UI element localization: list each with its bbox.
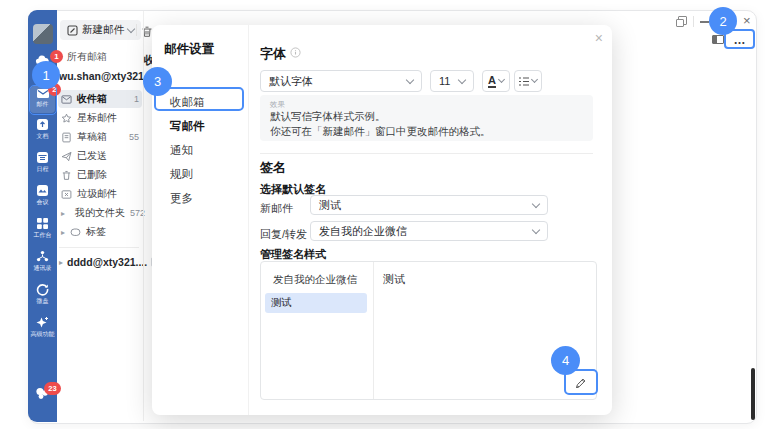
account-primary[interactable]: wu.shan@xty321.... xyxy=(59,70,156,82)
preview-line: 你还可在「新建邮件」窗口中更改邮件的格式。 xyxy=(270,124,583,139)
signature-item-selected[interactable]: 测试 xyxy=(265,293,367,313)
settings-tab-compose[interactable]: 写邮件 xyxy=(170,119,205,134)
sidebar-item-label: 会议 xyxy=(29,198,56,205)
folder-inbox[interactable]: 收件箱 1 xyxy=(58,90,142,108)
close-icon[interactable]: × xyxy=(595,30,603,46)
new-mail-signature-select[interactable]: 测试 xyxy=(310,195,548,215)
sidebar-item-advanced[interactable]: 高级功能 xyxy=(28,316,57,338)
signature-heading: 签名 xyxy=(260,159,286,177)
minimize-button[interactable] xyxy=(700,21,709,23)
folder-starred[interactable]: 星标邮件 xyxy=(58,109,142,127)
tab-label: 更多 xyxy=(170,192,193,204)
reading-pane-icon xyxy=(713,36,717,43)
chevron-down-icon xyxy=(532,225,540,233)
advanced-features-icon xyxy=(36,316,49,329)
list-icon xyxy=(519,77,529,86)
folder-tags[interactable]: ▸ 标签 xyxy=(58,223,142,241)
folder-label: 已发送 xyxy=(77,149,107,163)
sidebar-item-label: 高级功能 xyxy=(29,330,56,337)
preview-line: 默认写信字体样式示例。 xyxy=(270,109,583,124)
mail-settings-dialog: × 邮件设置 收邮箱 写邮件 通知 规则 更多 字体 默认字体 11 A 效果 … xyxy=(152,25,612,415)
chevron-down-icon xyxy=(498,76,505,83)
folder-count: 1 xyxy=(134,94,139,104)
annotation-box-3 xyxy=(154,87,244,111)
close-button[interactable]: × xyxy=(743,13,751,28)
caret-right-icon: ▸ xyxy=(59,258,63,267)
reply-forward-label: 回复/转发 xyxy=(260,227,307,242)
reading-pane-button[interactable] xyxy=(712,35,724,44)
badge-count: 1 xyxy=(50,50,63,63)
folder-group-label: 所有邮箱 xyxy=(67,50,107,64)
compose-label: 新建邮件 xyxy=(82,23,124,37)
sidebar-item-label: 日程 xyxy=(29,165,56,172)
account-secondary[interactable]: ▸ dddd@xty321.... 135 xyxy=(59,256,166,268)
signature-item-label: 测试 xyxy=(271,296,292,310)
sidebar-item-workbench[interactable]: 工作台 xyxy=(28,217,57,239)
settings-tab-rules[interactable]: 规则 xyxy=(170,167,193,182)
annotation-box-1 xyxy=(29,85,57,115)
junk-icon xyxy=(61,189,72,200)
sidebar-item-docs[interactable]: 文档 xyxy=(28,118,57,140)
controls-divider xyxy=(693,16,694,27)
folder-label: 草稿箱 xyxy=(77,130,107,144)
inbox-icon xyxy=(61,94,72,105)
settings-tab-more[interactable]: 更多 xyxy=(170,191,193,206)
workbench-icon xyxy=(36,217,49,230)
folder-my-folders[interactable]: ▸ 我的文件夹 572 xyxy=(58,204,142,222)
sidebar-item-drive[interactable]: 微盘 xyxy=(28,283,57,305)
folder-label: 标签 xyxy=(86,225,106,239)
folder-label: 垃圾邮件 xyxy=(77,187,117,201)
docs-icon xyxy=(36,118,49,131)
badge-count: 23 xyxy=(44,382,61,395)
annotation-box-2 xyxy=(724,29,755,49)
font-preview-box: 效果 默认写信字体样式示例。 你还可在「新建邮件」窗口中更改邮件的格式。 xyxy=(260,95,593,141)
account-label: wu.shan@xty321.... xyxy=(59,70,156,82)
folder-junk[interactable]: 垃圾邮件 xyxy=(58,185,142,203)
info-icon xyxy=(290,47,301,58)
font-color-button[interactable]: A xyxy=(482,70,510,92)
chevron-down-icon xyxy=(531,76,538,83)
font-heading: 字体 xyxy=(260,45,286,63)
toolbar-divider xyxy=(136,24,137,36)
folder-label: 已删除 xyxy=(77,168,107,182)
tag-icon xyxy=(70,227,81,238)
folder-label: 星标邮件 xyxy=(77,111,117,125)
star-icon xyxy=(61,113,72,124)
preview-tag: 效果 xyxy=(270,100,583,109)
compose-button[interactable]: 新建邮件 xyxy=(60,20,141,40)
folder-sent[interactable]: 已发送 xyxy=(58,147,142,165)
font-size-value: 11 xyxy=(439,75,450,87)
signature-manage-panel: 发自我的企业微信 测试 测试 xyxy=(260,261,597,400)
calendar-icon xyxy=(36,151,49,164)
folder-drafts[interactable]: 草稿箱 55 xyxy=(58,128,142,146)
sidebar-item-contacts[interactable]: 通讯录 xyxy=(28,250,57,272)
settings-tab-notifications[interactable]: 通知 xyxy=(170,143,193,158)
folder-count: 55 xyxy=(129,132,139,142)
reply-forward-signature-select[interactable]: 发自我的企业微信 xyxy=(310,221,548,241)
tab-label: 写邮件 xyxy=(170,120,205,132)
chevron-down-icon xyxy=(127,24,135,32)
font-size-select[interactable]: 11 xyxy=(430,70,474,92)
folder-deleted[interactable]: 已删除 xyxy=(58,166,142,184)
popout-button[interactable] xyxy=(676,16,686,26)
select-value: 发自我的企业微信 xyxy=(319,224,407,239)
sidebar-item-label: 微盘 xyxy=(29,297,56,304)
signature-item[interactable]: 发自我的企业微信 xyxy=(267,270,363,290)
drive-icon xyxy=(36,283,49,296)
sent-icon xyxy=(61,151,72,162)
folder-label: 我的文件夹 xyxy=(75,206,125,220)
avatar[interactable] xyxy=(33,24,53,44)
manage-signature-label: 管理签名样式 xyxy=(260,247,326,262)
panel-divider xyxy=(143,11,144,421)
sidebar-item-calendar[interactable]: 日程 xyxy=(28,151,57,173)
sidebar-item-meeting[interactable]: 会议 xyxy=(28,184,57,206)
font-family-select[interactable]: 默认字体 xyxy=(260,70,422,92)
scrollbar[interactable] xyxy=(751,368,755,420)
font-family-value: 默认字体 xyxy=(269,74,313,89)
folder-group-all[interactable]: ▾ 所有邮箱 xyxy=(59,50,107,64)
line-spacing-button[interactable] xyxy=(514,70,542,92)
account-label: dddd@xty321.... xyxy=(67,256,147,268)
section-divider xyxy=(260,153,593,154)
sidebar-item-label: 通讯录 xyxy=(29,264,56,271)
sidebar-item-label: 工作台 xyxy=(29,231,56,238)
